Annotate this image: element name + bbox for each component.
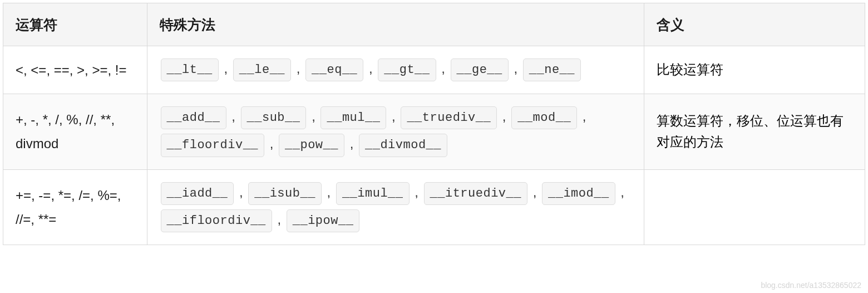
method-code: __le__ [233, 58, 291, 81]
cell-methods: __lt__ , __le__ , __eq__ , __gt__ , __ge… [147, 46, 644, 94]
separator: , [579, 109, 586, 124]
cell-methods: __add__ , __sub__ , __mul__ , __truediv_… [147, 94, 644, 169]
method-code: __ifloordiv__ [161, 209, 272, 232]
method-code: __imul__ [336, 182, 410, 205]
operator-text: <, <=, ==, >, >=, != [16, 62, 127, 77]
cell-meaning [644, 169, 865, 245]
separator: , [235, 184, 246, 199]
cell-meaning: 比较运算符 [644, 46, 865, 94]
cell-operator: <, <=, ==, >, >=, != [3, 46, 147, 94]
method-code: __ne__ [523, 58, 581, 81]
method-code: __imod__ [542, 182, 615, 205]
separator: , [323, 184, 334, 199]
separator: , [388, 109, 399, 124]
method-code: __mod__ [511, 106, 577, 129]
method-code: __gt__ [378, 58, 436, 81]
separator: , [274, 212, 285, 227]
header-method: 特殊方法 [147, 3, 644, 46]
cell-methods: __iadd__ , __isub__ , __imul__ , __itrue… [147, 169, 644, 245]
operator-text: +, -, *, /, %, //, **, divmod [16, 112, 115, 151]
separator: , [617, 184, 624, 199]
method-code: __iadd__ [161, 182, 234, 205]
method-code: __pow__ [279, 134, 344, 157]
table-row: +=, -=, *=, /=, %=, //=, **=__iadd__ , _… [3, 169, 865, 245]
separator: , [293, 61, 304, 76]
cell-operator: +=, -=, *=, /=, %=, //=, **= [3, 169, 147, 245]
separator: , [228, 109, 239, 124]
separator: , [499, 109, 510, 124]
header-operator: 运算符 [3, 3, 147, 46]
method-code: __ge__ [451, 58, 509, 81]
operator-text: +=, -=, *=, /=, %=, //=, **= [16, 188, 121, 227]
cell-meaning: 算数运算符，移位、位运算也有对应的方法 [644, 94, 865, 169]
table-header-row: 运算符 特殊方法 含义 [3, 3, 865, 46]
separator: , [438, 61, 449, 76]
separator: , [266, 136, 277, 151]
method-code: __mul__ [320, 106, 386, 129]
method-code: __add__ [161, 106, 226, 129]
method-code: __eq__ [305, 58, 363, 81]
header-meaning: 含义 [644, 3, 865, 46]
method-code: __divmod__ [359, 134, 447, 157]
method-code: __floordiv__ [161, 134, 264, 157]
separator: , [529, 184, 540, 199]
separator: , [308, 109, 319, 124]
method-code: __lt__ [161, 58, 219, 81]
table-row: <, <=, ==, >, >=, !=__lt__ , __le__ , __… [3, 46, 865, 94]
cell-operator: +, -, *, /, %, //, **, divmod [3, 94, 147, 169]
separator: , [510, 61, 521, 76]
operator-methods-table: 运算符 特殊方法 含义 <, <=, ==, >, >=, !=__lt__ ,… [3, 3, 865, 245]
separator: , [220, 61, 231, 76]
separator: , [365, 61, 376, 76]
method-code: __sub__ [241, 106, 307, 129]
method-code: __truediv__ [401, 106, 497, 129]
separator: , [346, 136, 357, 151]
method-code: __isub__ [248, 182, 322, 205]
table-row: +, -, *, /, %, //, **, divmod__add__ , _… [3, 94, 865, 169]
separator: , [411, 184, 422, 199]
method-code: __itruediv__ [424, 182, 527, 205]
method-code: __ipow__ [287, 209, 360, 232]
